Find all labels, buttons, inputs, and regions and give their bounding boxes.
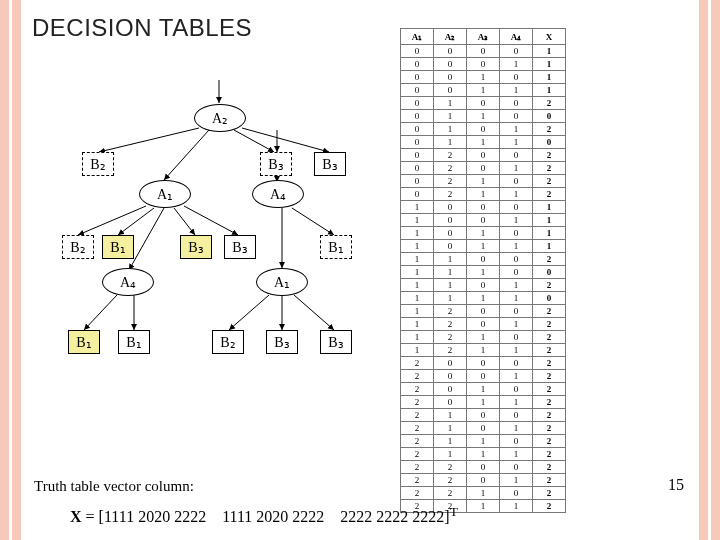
svg-line-18 xyxy=(294,295,334,330)
table-row: 02112 xyxy=(401,188,566,201)
table-row: 20102 xyxy=(401,383,566,396)
node-b1: B₁ xyxy=(320,235,352,259)
node-b3: B₃ xyxy=(320,330,352,354)
node-b2: B₂ xyxy=(82,152,114,176)
table-row: 01110 xyxy=(401,136,566,149)
table-row: 12102 xyxy=(401,331,566,344)
decision-tree-diagram: A₂ B₂ B₃ B₃ A₁ A₄ B₂ B₁ B₃ B₃ B₁ A₄ A₁ B… xyxy=(34,80,404,410)
table-row: 00101 xyxy=(401,71,566,84)
table-row: 12002 xyxy=(401,305,566,318)
page-title: DECISION TABLES xyxy=(32,14,252,42)
node-b2: B₂ xyxy=(62,235,94,259)
svg-line-5 xyxy=(78,206,146,235)
decor-stripe xyxy=(699,0,708,540)
table-row: 02102 xyxy=(401,175,566,188)
decor-stripe xyxy=(12,0,21,540)
table-row: 12012 xyxy=(401,318,566,331)
table-row: 02002 xyxy=(401,149,566,162)
table-row: 21002 xyxy=(401,409,566,422)
table-row: 11002 xyxy=(401,253,566,266)
table-row: 20002 xyxy=(401,357,566,370)
decor-stripe xyxy=(711,0,720,540)
table-row: 21012 xyxy=(401,422,566,435)
page-number: 15 xyxy=(668,476,684,494)
table-row: 10001 xyxy=(401,201,566,214)
table-row: 22012 xyxy=(401,474,566,487)
caption-label: Truth table vector column: xyxy=(34,478,194,495)
table-row: 10101 xyxy=(401,227,566,240)
svg-line-6 xyxy=(118,208,154,235)
table-row: 20012 xyxy=(401,370,566,383)
node-b3: B₃ xyxy=(266,330,298,354)
svg-line-16 xyxy=(229,295,269,330)
node-b3: B₃ xyxy=(314,152,346,176)
node-b1: B₁ xyxy=(118,330,150,354)
svg-line-12 xyxy=(84,295,117,330)
node-b1: B₁ xyxy=(68,330,100,354)
table-row: 22102 xyxy=(401,487,566,500)
table-row: 02012 xyxy=(401,162,566,175)
node-a1: A₁ xyxy=(139,180,191,208)
node-a4: A₄ xyxy=(252,180,304,208)
node-b3: B₃ xyxy=(180,235,212,259)
table-header: X xyxy=(533,29,566,45)
table-row: 01002 xyxy=(401,97,566,110)
node-b1: B₁ xyxy=(102,235,134,259)
table-header: A₃ xyxy=(467,29,500,45)
table-row: 11100 xyxy=(401,266,566,279)
node-b2: B₂ xyxy=(212,330,244,354)
table-row: 00001 xyxy=(401,45,566,58)
node-b3: B₃ xyxy=(260,152,292,176)
svg-line-2 xyxy=(164,130,209,180)
table-row: 00111 xyxy=(401,84,566,97)
table-row: 10011 xyxy=(401,214,566,227)
node-a1: A₁ xyxy=(256,268,308,296)
table-row: 21112 xyxy=(401,448,566,461)
table-row: 21102 xyxy=(401,435,566,448)
svg-line-9 xyxy=(129,208,164,270)
svg-line-4 xyxy=(242,128,329,152)
table-header: A₂ xyxy=(434,29,467,45)
table-header: A₄ xyxy=(500,29,533,45)
truth-table: A₁A₂A₃A₄X 000010001100101001110100201100… xyxy=(400,28,566,513)
svg-line-3 xyxy=(234,130,274,152)
node-b3: B₃ xyxy=(224,235,256,259)
svg-line-7 xyxy=(174,208,195,235)
table-row: 10111 xyxy=(401,240,566,253)
svg-line-14 xyxy=(292,208,334,235)
table-row: 01100 xyxy=(401,110,566,123)
svg-line-1 xyxy=(99,128,199,152)
table-row: 22002 xyxy=(401,461,566,474)
table-row: 00011 xyxy=(401,58,566,71)
node-a4: A₄ xyxy=(102,268,154,296)
table-row: 11110 xyxy=(401,292,566,305)
x-vector: X = [1111 2020 2222 1111 2020 2222 2222 … xyxy=(70,504,458,526)
table-row: 01012 xyxy=(401,123,566,136)
decor-stripe xyxy=(0,0,9,540)
node-a2-root: A₂ xyxy=(194,104,246,132)
table-row: 12112 xyxy=(401,344,566,357)
table-row: 20112 xyxy=(401,396,566,409)
table-row: 11012 xyxy=(401,279,566,292)
table-header: A₁ xyxy=(401,29,434,45)
